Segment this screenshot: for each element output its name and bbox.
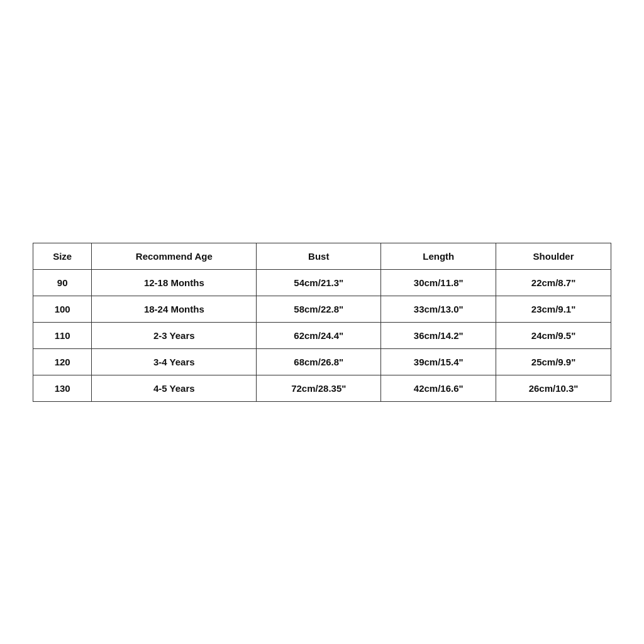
cell-length: 36cm/14.2" <box>381 322 496 348</box>
cell-length: 42cm/16.6" <box>381 375 496 401</box>
size-chart-table: Size Recommend Age Bust Length Shoulder … <box>33 243 611 402</box>
cell-size: 130 <box>33 375 92 401</box>
cell-age: 2-3 Years <box>92 322 257 348</box>
cell-bust: 72cm/28.35" <box>257 375 381 401</box>
cell-bust: 62cm/24.4" <box>257 322 381 348</box>
table-row: 1203-4 Years68cm/26.8"39cm/15.4"25cm/9.9… <box>33 348 611 375</box>
cell-size: 90 <box>33 269 92 296</box>
cell-size: 100 <box>33 296 92 322</box>
cell-length: 30cm/11.8" <box>381 269 496 296</box>
cell-age: 4-5 Years <box>92 375 257 401</box>
cell-shoulder: 23cm/9.1" <box>496 296 611 322</box>
cell-age: 18-24 Months <box>92 296 257 322</box>
table-row: 1304-5 Years72cm/28.35"42cm/16.6"26cm/10… <box>33 375 611 401</box>
cell-shoulder: 25cm/9.9" <box>496 348 611 375</box>
cell-shoulder: 22cm/8.7" <box>496 269 611 296</box>
table-row: 1102-3 Years62cm/24.4"36cm/14.2"24cm/9.5… <box>33 322 611 348</box>
table-header-row: Size Recommend Age Bust Length Shoulder <box>33 243 611 269</box>
cell-bust: 68cm/26.8" <box>257 348 381 375</box>
size-chart-container: Size Recommend Age Bust Length Shoulder … <box>33 243 611 402</box>
header-bust: Bust <box>257 243 381 269</box>
table-row: 10018-24 Months58cm/22.8"33cm/13.0"23cm/… <box>33 296 611 322</box>
cell-size: 120 <box>33 348 92 375</box>
cell-bust: 58cm/22.8" <box>257 296 381 322</box>
table-row: 9012-18 Months54cm/21.3"30cm/11.8"22cm/8… <box>33 269 611 296</box>
cell-shoulder: 24cm/9.5" <box>496 322 611 348</box>
header-size: Size <box>33 243 92 269</box>
cell-length: 39cm/15.4" <box>381 348 496 375</box>
header-shoulder: Shoulder <box>496 243 611 269</box>
cell-length: 33cm/13.0" <box>381 296 496 322</box>
cell-age: 3-4 Years <box>92 348 257 375</box>
cell-size: 110 <box>33 322 92 348</box>
cell-shoulder: 26cm/10.3" <box>496 375 611 401</box>
cell-bust: 54cm/21.3" <box>257 269 381 296</box>
header-recommend-age: Recommend Age <box>92 243 257 269</box>
cell-age: 12-18 Months <box>92 269 257 296</box>
header-length: Length <box>381 243 496 269</box>
